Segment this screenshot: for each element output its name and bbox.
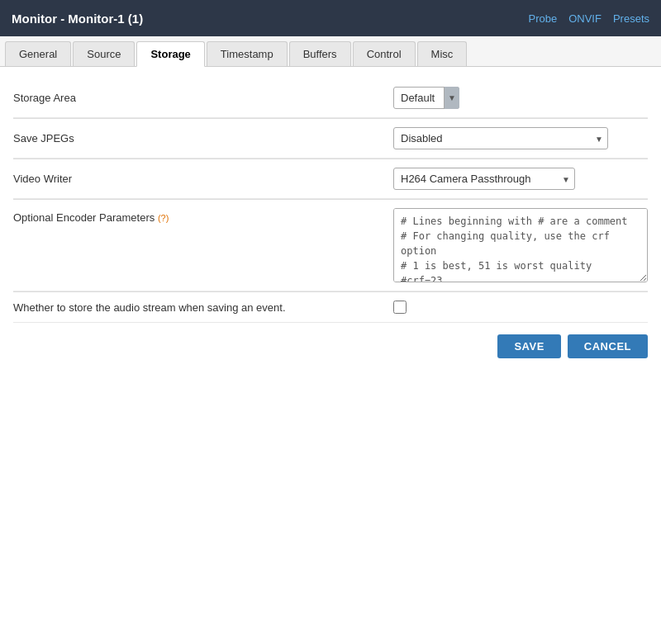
save-button[interactable]: SAVE — [497, 334, 560, 358]
encoder-params-help-icon[interactable]: (?) — [158, 213, 169, 223]
audio-stream-checkbox[interactable] — [393, 301, 407, 314]
tabs-bar: General Source Storage Timestamp Buffers… — [0, 36, 661, 67]
onvif-link[interactable]: ONVIF — [568, 12, 602, 25]
tab-buffers[interactable]: Buffers — [289, 41, 351, 66]
header-links: Probe ONVIF Presets — [528, 12, 649, 25]
encoder-params-textarea[interactable]: # Lines beginning with # are a comment #… — [393, 208, 648, 282]
video-writer-row: Video Writer H264 Camera Passthrough MPE… — [13, 159, 648, 199]
tab-control[interactable]: Control — [353, 41, 416, 66]
encoder-params-row: Optional Encoder Parameters (?) # Lines … — [13, 200, 648, 291]
save-jpegs-label: Save JPEGs — [13, 132, 393, 144]
video-writer-select-wrapper: H264 Camera Passthrough MPEG-4 H264 Raw … — [393, 168, 575, 190]
save-jpegs-select-wrapper: Disabled Enabled ▼ — [393, 127, 608, 149]
audio-stream-control — [393, 301, 648, 314]
storage-area-control: Default ▼ — [393, 87, 648, 109]
tab-misc[interactable]: Misc — [417, 41, 468, 66]
save-jpegs-row: Save JPEGs Disabled Enabled ▼ — [13, 119, 648, 159]
tab-timestamp[interactable]: Timestamp — [207, 41, 288, 66]
presets-link[interactable]: Presets — [613, 12, 649, 25]
video-writer-select[interactable]: H264 Camera Passthrough MPEG-4 H264 Raw — [393, 168, 575, 190]
audio-stream-row: Whether to store the audio stream when s… — [13, 292, 648, 323]
page-title: Monitor - Monitor-1 (1) — [12, 12, 143, 26]
storage-area-row: Storage Area Default ▼ — [13, 78, 648, 118]
storage-area-select[interactable]: Default — [393, 87, 459, 109]
tab-storage[interactable]: Storage — [136, 41, 204, 67]
form-content: Storage Area Default ▼ Save JPEGs Disabl… — [0, 67, 661, 378]
save-jpegs-select[interactable]: Disabled Enabled — [393, 127, 608, 149]
encoder-params-label-text: Optional Encoder Parameters — [13, 211, 155, 224]
video-writer-control: H264 Camera Passthrough MPEG-4 H264 Raw … — [393, 168, 648, 190]
audio-stream-label: Whether to store the audio stream when s… — [13, 301, 393, 314]
tab-general[interactable]: General — [5, 41, 71, 66]
video-writer-label: Video Writer — [13, 173, 393, 185]
button-row: SAVE CANCEL — [13, 323, 648, 367]
storage-area-select-wrapper: Default ▼ — [393, 87, 459, 109]
encoder-params-label: Optional Encoder Parameters (?) — [13, 208, 393, 224]
save-jpegs-control: Disabled Enabled ▼ — [393, 127, 648, 149]
encoder-params-control: # Lines beginning with # are a comment #… — [393, 208, 648, 282]
tab-source[interactable]: Source — [73, 41, 135, 66]
cancel-button[interactable]: CANCEL — [568, 334, 648, 358]
probe-link[interactable]: Probe — [528, 12, 557, 25]
header: Monitor - Monitor-1 (1) Probe ONVIF Pres… — [0, 0, 661, 36]
storage-area-label: Storage Area — [13, 92, 393, 104]
